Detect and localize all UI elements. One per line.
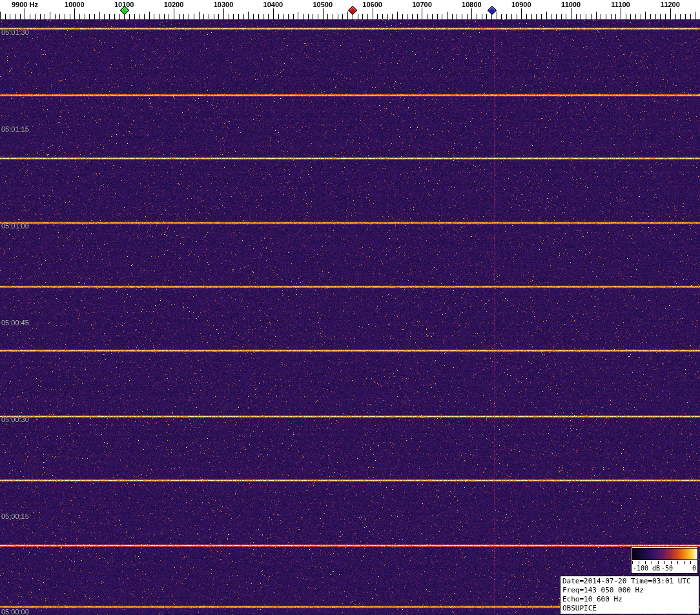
colorbar-label-min: -100 dB xyxy=(633,565,660,572)
colorbar-gradient xyxy=(632,548,698,560)
time-tick-label: 05:00:15 xyxy=(1,512,29,520)
time-tick-label: 05:01:15 xyxy=(1,125,29,133)
freq-tick-label: 10800 xyxy=(462,1,482,8)
time-tick-label: 05:00:45 xyxy=(1,319,29,327)
info-station-line: OBSUPICE xyxy=(562,604,697,613)
freq-tick-label: 10900 xyxy=(511,1,531,8)
spectrogram-app: 9900 Hz100001010010200103001040010500106… xyxy=(0,0,700,615)
freq-tick-label: 10200 xyxy=(164,1,184,8)
time-tick-label: 05:00:30 xyxy=(1,416,29,423)
freq-tick-label: 11100 xyxy=(611,1,630,8)
freq-tick-label: 10600 xyxy=(362,1,382,8)
colorbar-ticks xyxy=(632,561,697,564)
freq-tick-label: 11200 xyxy=(661,1,680,8)
freq-tick-label: 10500 xyxy=(313,1,333,8)
freq-tick-label: 10700 xyxy=(412,1,432,8)
freq-tick-label: 10000 xyxy=(65,1,85,8)
info-echo-line: Echo=10 600 Hz xyxy=(562,595,697,604)
colorbar: -100 dB -50 0 xyxy=(631,547,698,574)
info-freq-line: Freq=143 050 000 Hz xyxy=(562,586,697,595)
colorbar-labels: -100 dB -50 0 xyxy=(632,565,697,572)
time-tick-label: 05:00:00 xyxy=(1,608,29,615)
freq-tick-label: 11000 xyxy=(561,1,581,8)
freq-tick-label: 9900 Hz xyxy=(12,1,38,8)
colorbar-label-max: 0 xyxy=(692,565,696,572)
colorbar-label-mid: -50 xyxy=(661,565,673,572)
waterfall-spectrogram[interactable] xyxy=(0,19,700,615)
frequency-ruler[interactable]: 9900 Hz100001010010200103001040010500106… xyxy=(0,0,700,19)
time-tick-label: 05:01:00 xyxy=(1,222,29,230)
info-box: Date=2014-07-20 Time=03:01 UTC Freq=143 … xyxy=(560,576,699,614)
freq-tick-label: 10400 xyxy=(263,1,283,8)
info-date-line: Date=2014-07-20 Time=03:01 UTC xyxy=(562,577,697,586)
freq-tick-label: 10300 xyxy=(214,1,234,8)
time-tick-label: 05:01:30 xyxy=(1,28,29,36)
